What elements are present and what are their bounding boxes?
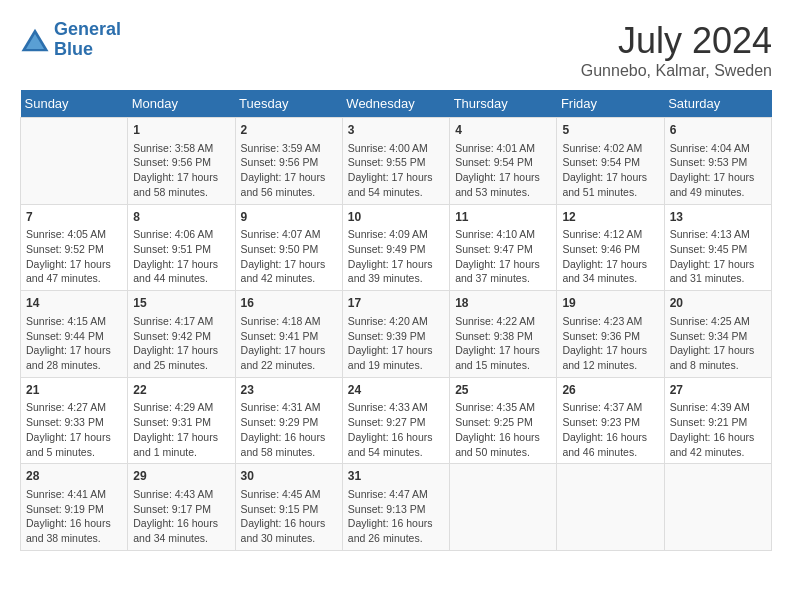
calendar-cell: 26Sunrise: 4:37 AM Sunset: 9:23 PM Dayli… [557,377,664,464]
calendar-week-row: 21Sunrise: 4:27 AM Sunset: 9:33 PM Dayli… [21,377,772,464]
day-number: 20 [670,295,766,312]
day-number: 24 [348,382,444,399]
day-content: Sunrise: 4:15 AM Sunset: 9:44 PM Dayligh… [26,314,122,373]
day-content: Sunrise: 4:43 AM Sunset: 9:17 PM Dayligh… [133,487,229,546]
calendar-cell: 21Sunrise: 4:27 AM Sunset: 9:33 PM Dayli… [21,377,128,464]
day-number: 12 [562,209,658,226]
calendar-week-row: 14Sunrise: 4:15 AM Sunset: 9:44 PM Dayli… [21,291,772,378]
calendar-cell: 9Sunrise: 4:07 AM Sunset: 9:50 PM Daylig… [235,204,342,291]
day-number: 13 [670,209,766,226]
day-number: 7 [26,209,122,226]
calendar-cell: 28Sunrise: 4:41 AM Sunset: 9:19 PM Dayli… [21,464,128,551]
day-content: Sunrise: 4:41 AM Sunset: 9:19 PM Dayligh… [26,487,122,546]
day-content: Sunrise: 4:20 AM Sunset: 9:39 PM Dayligh… [348,314,444,373]
day-number: 30 [241,468,337,485]
calendar-cell: 15Sunrise: 4:17 AM Sunset: 9:42 PM Dayli… [128,291,235,378]
day-content: Sunrise: 4:12 AM Sunset: 9:46 PM Dayligh… [562,227,658,286]
calendar-cell: 5Sunrise: 4:02 AM Sunset: 9:54 PM Daylig… [557,118,664,205]
day-content: Sunrise: 4:22 AM Sunset: 9:38 PM Dayligh… [455,314,551,373]
day-number: 26 [562,382,658,399]
logo: General Blue [20,20,121,60]
day-number: 18 [455,295,551,312]
calendar-cell: 20Sunrise: 4:25 AM Sunset: 9:34 PM Dayli… [664,291,771,378]
calendar-cell: 16Sunrise: 4:18 AM Sunset: 9:41 PM Dayli… [235,291,342,378]
calendar-cell: 7Sunrise: 4:05 AM Sunset: 9:52 PM Daylig… [21,204,128,291]
calendar-cell: 4Sunrise: 4:01 AM Sunset: 9:54 PM Daylig… [450,118,557,205]
day-of-week-header: Friday [557,90,664,118]
day-number: 10 [348,209,444,226]
day-content: Sunrise: 4:13 AM Sunset: 9:45 PM Dayligh… [670,227,766,286]
calendar-cell: 24Sunrise: 4:33 AM Sunset: 9:27 PM Dayli… [342,377,449,464]
calendar-cell: 17Sunrise: 4:20 AM Sunset: 9:39 PM Dayli… [342,291,449,378]
calendar-week-row: 28Sunrise: 4:41 AM Sunset: 9:19 PM Dayli… [21,464,772,551]
calendar-cell: 8Sunrise: 4:06 AM Sunset: 9:51 PM Daylig… [128,204,235,291]
day-number: 19 [562,295,658,312]
day-number: 27 [670,382,766,399]
day-content: Sunrise: 4:45 AM Sunset: 9:15 PM Dayligh… [241,487,337,546]
calendar-cell: 2Sunrise: 3:59 AM Sunset: 9:56 PM Daylig… [235,118,342,205]
calendar-cell: 10Sunrise: 4:09 AM Sunset: 9:49 PM Dayli… [342,204,449,291]
day-number: 8 [133,209,229,226]
calendar-cell: 18Sunrise: 4:22 AM Sunset: 9:38 PM Dayli… [450,291,557,378]
day-content: Sunrise: 4:29 AM Sunset: 9:31 PM Dayligh… [133,400,229,459]
calendar-cell: 13Sunrise: 4:13 AM Sunset: 9:45 PM Dayli… [664,204,771,291]
day-content: Sunrise: 4:06 AM Sunset: 9:51 PM Dayligh… [133,227,229,286]
calendar-cell: 29Sunrise: 4:43 AM Sunset: 9:17 PM Dayli… [128,464,235,551]
calendar-cell: 30Sunrise: 4:45 AM Sunset: 9:15 PM Dayli… [235,464,342,551]
day-of-week-header: Monday [128,90,235,118]
day-number: 1 [133,122,229,139]
day-content: Sunrise: 4:05 AM Sunset: 9:52 PM Dayligh… [26,227,122,286]
day-number: 9 [241,209,337,226]
day-number: 21 [26,382,122,399]
day-number: 17 [348,295,444,312]
calendar-table: SundayMondayTuesdayWednesdayThursdayFrid… [20,90,772,551]
day-number: 5 [562,122,658,139]
day-number: 6 [670,122,766,139]
calendar-cell [664,464,771,551]
day-content: Sunrise: 4:25 AM Sunset: 9:34 PM Dayligh… [670,314,766,373]
day-content: Sunrise: 4:17 AM Sunset: 9:42 PM Dayligh… [133,314,229,373]
day-number: 4 [455,122,551,139]
day-content: Sunrise: 4:37 AM Sunset: 9:23 PM Dayligh… [562,400,658,459]
logo-icon [20,25,50,55]
day-of-week-header: Sunday [21,90,128,118]
day-content: Sunrise: 4:02 AM Sunset: 9:54 PM Dayligh… [562,141,658,200]
day-of-week-header: Thursday [450,90,557,118]
calendar-week-row: 1Sunrise: 3:58 AM Sunset: 9:56 PM Daylig… [21,118,772,205]
day-number: 25 [455,382,551,399]
day-number: 23 [241,382,337,399]
calendar-cell: 22Sunrise: 4:29 AM Sunset: 9:31 PM Dayli… [128,377,235,464]
day-of-week-header: Tuesday [235,90,342,118]
day-content: Sunrise: 4:18 AM Sunset: 9:41 PM Dayligh… [241,314,337,373]
day-number: 28 [26,468,122,485]
calendar-cell: 25Sunrise: 4:35 AM Sunset: 9:25 PM Dayli… [450,377,557,464]
day-content: Sunrise: 4:27 AM Sunset: 9:33 PM Dayligh… [26,400,122,459]
day-content: Sunrise: 4:33 AM Sunset: 9:27 PM Dayligh… [348,400,444,459]
calendar-cell: 6Sunrise: 4:04 AM Sunset: 9:53 PM Daylig… [664,118,771,205]
calendar-header-row: SundayMondayTuesdayWednesdayThursdayFrid… [21,90,772,118]
day-number: 22 [133,382,229,399]
title-block: July 2024 Gunnebo, Kalmar, Sweden [581,20,772,80]
calendar-cell: 23Sunrise: 4:31 AM Sunset: 9:29 PM Dayli… [235,377,342,464]
calendar-cell: 31Sunrise: 4:47 AM Sunset: 9:13 PM Dayli… [342,464,449,551]
day-content: Sunrise: 4:07 AM Sunset: 9:50 PM Dayligh… [241,227,337,286]
day-content: Sunrise: 4:35 AM Sunset: 9:25 PM Dayligh… [455,400,551,459]
day-content: Sunrise: 4:10 AM Sunset: 9:47 PM Dayligh… [455,227,551,286]
day-content: Sunrise: 4:01 AM Sunset: 9:54 PM Dayligh… [455,141,551,200]
location: Gunnebo, Kalmar, Sweden [581,62,772,80]
day-of-week-header: Wednesday [342,90,449,118]
day-number: 16 [241,295,337,312]
month-year: July 2024 [581,20,772,62]
day-number: 2 [241,122,337,139]
day-number: 31 [348,468,444,485]
day-of-week-header: Saturday [664,90,771,118]
calendar-cell [450,464,557,551]
calendar-cell: 27Sunrise: 4:39 AM Sunset: 9:21 PM Dayli… [664,377,771,464]
logo-text: General Blue [54,20,121,60]
calendar-week-row: 7Sunrise: 4:05 AM Sunset: 9:52 PM Daylig… [21,204,772,291]
calendar-cell: 11Sunrise: 4:10 AM Sunset: 9:47 PM Dayli… [450,204,557,291]
day-content: Sunrise: 4:00 AM Sunset: 9:55 PM Dayligh… [348,141,444,200]
day-number: 14 [26,295,122,312]
day-content: Sunrise: 3:58 AM Sunset: 9:56 PM Dayligh… [133,141,229,200]
calendar-cell: 14Sunrise: 4:15 AM Sunset: 9:44 PM Dayli… [21,291,128,378]
